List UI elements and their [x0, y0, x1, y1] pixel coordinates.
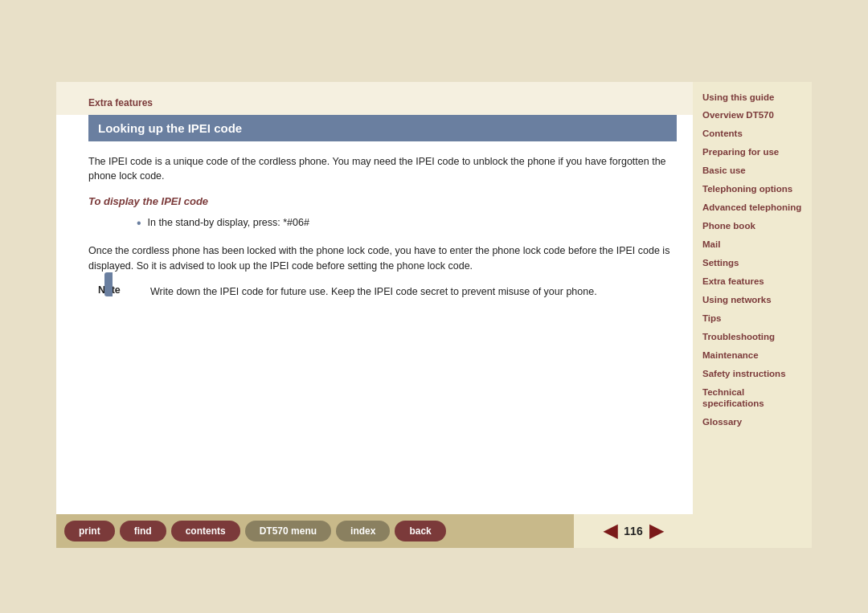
sidebar-item-0[interactable]: Using this guide: [702, 90, 804, 105]
sidebar-item-2[interactable]: Contents: [702, 126, 804, 141]
sidebar-item-16[interactable]: Technical specifications: [702, 385, 804, 412]
bullet-icon: •: [137, 215, 141, 232]
sidebar-item-5[interactable]: Telephoning options: [702, 182, 804, 197]
note-row: Note Write down the IPEI code for future…: [88, 284, 677, 300]
sidebar-item-13[interactable]: Troubleshooting: [702, 329, 804, 345]
sidebar-item-6[interactable]: Advanced telephoning: [702, 200, 804, 215]
sidebar-item-9[interactable]: Settings: [702, 255, 804, 271]
outer-wrapper: Extra features Looking up the IPEI code …: [0, 0, 868, 613]
bullet-text: In the stand-by display, press: *#06#: [148, 215, 309, 231]
print-button[interactable]: print: [64, 521, 115, 541]
sidebar-item-8[interactable]: Mail: [702, 237, 804, 252]
sidebar-item-15[interactable]: Safety instructions: [702, 366, 804, 382]
back-button[interactable]: back: [395, 521, 445, 541]
sidebar-item-17[interactable]: Glossary: [702, 415, 804, 430]
content-area: Looking up the IPEI code The IPEI code i…: [56, 115, 693, 548]
breadcrumb: Extra features: [88, 97, 153, 108]
sidebar-item-11[interactable]: Using networks: [702, 292, 804, 308]
sidebar: Using this guideOverview DT570ContentsPr…: [693, 82, 812, 548]
toolbar: print find contents DT570 menu index bac…: [56, 514, 574, 548]
sub-heading: To display the IPEI code: [88, 195, 677, 207]
page-number: 116: [624, 525, 642, 537]
bullet-item: • In the stand-by display, press: *#06#: [137, 215, 677, 232]
find-button[interactable]: find: [120, 521, 166, 541]
contents-button[interactable]: contents: [171, 521, 240, 541]
body-text-2: Once the cordless phone has been locked …: [88, 243, 677, 274]
note-text: Write down the IPEI code for future use.…: [150, 284, 597, 300]
toolbar-buttons: print find contents DT570 menu index bac…: [64, 521, 446, 541]
page-nav: ◀ 116 ▶: [574, 514, 693, 548]
sidebar-item-3[interactable]: Preparing for use: [702, 145, 804, 160]
intro-text: The IPEI code is a unique code of the co…: [88, 154, 677, 185]
main-content: Extra features Looking up the IPEI code …: [56, 82, 693, 548]
sidebar-item-12[interactable]: Tips: [702, 311, 804, 326]
dt570-button[interactable]: DT570 menu: [245, 521, 331, 541]
next-arrow[interactable]: ▶: [649, 521, 663, 541]
index-button[interactable]: index: [336, 521, 390, 541]
prev-arrow[interactable]: ◀: [604, 521, 617, 541]
blue-tab: [104, 272, 113, 296]
sidebar-item-10[interactable]: Extra features: [702, 274, 804, 289]
sidebar-item-7[interactable]: Phone book: [702, 219, 804, 234]
sidebar-item-4[interactable]: Basic use: [702, 163, 804, 178]
sidebar-item-14[interactable]: Maintenance: [702, 348, 804, 363]
sidebar-item-1[interactable]: Overview DT570: [702, 108, 804, 123]
breadcrumb-area: Extra features: [56, 82, 693, 115]
section-title: Looking up the IPEI code: [88, 115, 677, 141]
page-container: Extra features Looking up the IPEI code …: [56, 82, 812, 548]
